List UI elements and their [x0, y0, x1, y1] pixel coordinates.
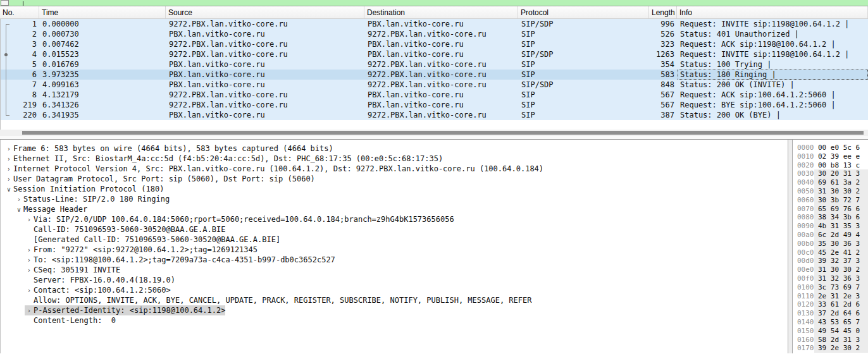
hex-bytes[interactable]: 30 20 31 3 [814, 169, 868, 178]
packet-row[interactable]: 2206.341935PBX.lan.vitko-core.ru9272.PBX… [1, 110, 868, 120]
cell-time[interactable]: 4.099163 [40, 80, 166, 90]
cell-src[interactable]: 9272.PBX.lan.vitko-core.ru [166, 19, 365, 29]
cell-time[interactable]: 6.341326 [40, 100, 166, 110]
cell-src[interactable]: 9272.PBX.lan.vitko-core.ru [166, 39, 365, 49]
cell-len[interactable]: 1263 [650, 49, 678, 59]
detail-row[interactable]: ∨Message Header [1, 204, 788, 214]
cell-info[interactable]: Request: ACK sip:1198@100.64.1.2 | [678, 39, 868, 49]
hex-bytes[interactable]: 02 39 ee e [814, 152, 868, 161]
cell-src[interactable]: PBX.lan.vitko-core.ru [166, 59, 365, 70]
hex-row[interactable]: 006030 3b 72 7 [793, 196, 868, 205]
hex-row[interactable]: 008038 34 3b 6 [793, 213, 868, 222]
cell-proto[interactable]: SIP [519, 90, 650, 100]
hex-bytes[interactable]: 33 61 2d 6 [814, 300, 868, 309]
expander-collapsed-icon[interactable]: › [25, 307, 34, 314]
cell-info[interactable]: Status: 200 OK (INVITE) | [678, 80, 868, 90]
hex-bytes[interactable]: 49 54 45 0 [814, 327, 868, 336]
cell-time[interactable]: 4.132179 [40, 90, 166, 100]
expander-collapsed-icon[interactable]: › [25, 287, 34, 294]
hex-bytes[interactable]: 39 2e 30 2 [814, 344, 868, 353]
hex-row[interactable]: 01102e 31 2e 3 [793, 292, 868, 301]
horizontal-scrollbar[interactable] [0, 130, 868, 136]
cell-src[interactable]: 9272.PBX.lan.vitko-core.ru [166, 90, 365, 100]
detail-row-content[interactable]: ›From: "9272" <sip:9272@100.64.1.2>;tag=… [25, 245, 257, 255]
cell-no[interactable]: 3 [1, 39, 40, 49]
packet-row[interactable]: 74.099163PBX.lan.vitko-core.ru9272.PBX.l… [1, 80, 868, 90]
cell-len[interactable]: 323 [650, 39, 678, 49]
hex-bytes[interactable]: 00 b8 13 c [814, 161, 868, 170]
hex-row[interactable]: 01003c 73 69 7 [793, 283, 868, 292]
expander-collapsed-icon[interactable]: › [4, 166, 13, 173]
expander-collapsed-icon[interactable]: › [4, 176, 13, 183]
cell-len[interactable]: 526 [650, 29, 678, 39]
expander-collapsed-icon[interactable]: › [25, 216, 34, 223]
packet-row[interactable]: 30.0074629272.PBX.lan.vitko-core.ruPBX.l… [1, 39, 868, 49]
detail-row[interactable]: Call-ID: 751096593-5060-30520@BAA.GE.A.B… [1, 224, 788, 235]
expander-expanded-icon[interactable]: ∨ [15, 206, 23, 213]
cell-len[interactable]: 996 [650, 19, 678, 29]
hex-bytes[interactable]: 30 3b 72 7 [814, 196, 868, 205]
cell-src[interactable]: PBX.lan.vitko-core.ru [166, 110, 365, 120]
cell-no[interactable]: 5 [1, 59, 40, 70]
horizontal-scrollbar-thumb[interactable] [22, 131, 864, 135]
detail-row[interactable]: Server: FPBX-16.0.40.4(18.19.0) [1, 275, 788, 285]
cell-dst[interactable]: 9272.PBX.lan.vitko-core.ru [365, 70, 519, 80]
cell-len[interactable]: 387 [650, 110, 678, 120]
detail-row-content[interactable]: ∨Session Initiation Protocol (180) [4, 184, 164, 194]
cell-dst[interactable]: 9272.PBX.lan.vitko-core.ru [365, 110, 519, 120]
cell-dst[interactable]: 9272.PBX.lan.vitko-core.ru [365, 80, 519, 90]
expander-collapsed-icon[interactable]: › [25, 257, 34, 264]
cell-info[interactable]: Request: INVITE sip:1198@100.64.1.2 | [678, 19, 868, 29]
hex-bytes[interactable]: 00 e0 5c 6 [814, 143, 868, 152]
bookmark-icon[interactable] [1, 0, 9, 6]
hex-bytes[interactable]: 38 34 3b 6 [814, 213, 868, 222]
cell-len[interactable]: 583 [650, 70, 678, 80]
cell-dst[interactable]: PBX.lan.vitko-core.ru [365, 100, 519, 110]
expander-expanded-icon[interactable]: ∨ [4, 186, 13, 193]
cell-no[interactable]: 8 [1, 90, 40, 100]
column-header-proto[interactable]: Protocol [518, 6, 649, 18]
detail-row-content[interactable]: ›Status-Line: SIP/2.0 180 Ringing [15, 194, 170, 204]
hex-bytes[interactable]: 31 30 30 2 [814, 187, 868, 196]
detail-row-content[interactable]: ›To: <sip:1198@100.64.1.2>;tag=7209a73a-… [25, 255, 335, 265]
detail-row[interactable]: ›Contact: <sip:100.64.1.2:5060> [1, 285, 788, 295]
cell-info[interactable]: Status: 200 OK (BYE) | [678, 110, 868, 120]
cell-src[interactable]: PBX.lan.vitko-core.ru [166, 70, 365, 80]
cell-src[interactable]: 9272.PBX.lan.vitko-core.ru [166, 49, 365, 59]
hex-row[interactable]: 00d039 32 37 3 [793, 257, 868, 266]
detail-row[interactable]: ›Frame 6: 583 bytes on wire (4664 bits),… [1, 143, 788, 154]
hex-row[interactable]: 00a06c 2d 49 4 [793, 231, 868, 240]
column-header-time[interactable]: Time [39, 6, 166, 18]
display-filter-bar[interactable] [0, 0, 868, 6]
hex-bytes[interactable]: 65 69 76 6 [814, 205, 868, 214]
cell-proto[interactable]: SIP [519, 70, 650, 80]
detail-row-content[interactable]: ›Frame 6: 583 bytes on wire (4664 bits),… [4, 143, 333, 154]
cell-proto[interactable]: SIP/SDP [519, 80, 650, 90]
cell-proto[interactable]: SIP [519, 110, 650, 120]
cell-info[interactable]: Status: 180 Ringing | [678, 70, 868, 80]
expander-collapsed-icon[interactable]: › [25, 267, 34, 274]
detail-row[interactable]: ›From: "9272" <sip:9272@100.64.1.2>;tag=… [1, 245, 788, 255]
cell-time[interactable]: 3.973235 [40, 70, 166, 80]
hex-row[interactable]: 005031 30 30 2 [793, 187, 868, 196]
hex-row[interactable]: 00f031 32 36 3 [793, 274, 868, 283]
detail-row-content[interactable]: ›Via: SIP/2.0/UDP 100.64.0.184:5060;rpor… [25, 214, 454, 224]
expander-collapsed-icon[interactable]: › [15, 196, 23, 203]
detail-row-content[interactable]: ›Contact: <sip:100.64.1.2:5060> [25, 285, 171, 295]
column-header-src[interactable]: Source [166, 6, 364, 18]
cell-dst[interactable]: PBX.lan.vitko-core.ru [365, 39, 519, 49]
hex-bytes[interactable]: 31 30 30 2 [814, 266, 868, 274]
cell-proto[interactable]: SIP [519, 100, 650, 110]
cell-no[interactable]: 1 [1, 19, 40, 29]
cell-no[interactable]: 7 [1, 80, 40, 90]
detail-row-content[interactable]: Allow: OPTIONS, INVITE, ACK, BYE, CANCEL… [25, 295, 531, 305]
hex-row[interactable]: 017039 2e 30 2 [793, 344, 868, 353]
hex-bytes[interactable]: 6c 2d 49 4 [814, 231, 868, 240]
cell-time[interactable]: 0.015523 [40, 49, 166, 59]
detail-row[interactable]: ›P-Asserted-Identity: <sip:1198@100.64.1… [1, 305, 788, 315]
column-header-no[interactable]: No. [0, 6, 39, 18]
cell-time[interactable]: 0.000730 [40, 29, 166, 39]
detail-row-content[interactable]: Call-ID: 751096593-5060-30520@BAA.GE.A.B… [25, 224, 225, 235]
hex-bytes[interactable]: 43 53 65 7 [814, 318, 868, 327]
hex-row[interactable]: 000000 e0 5c 6 [793, 143, 868, 152]
